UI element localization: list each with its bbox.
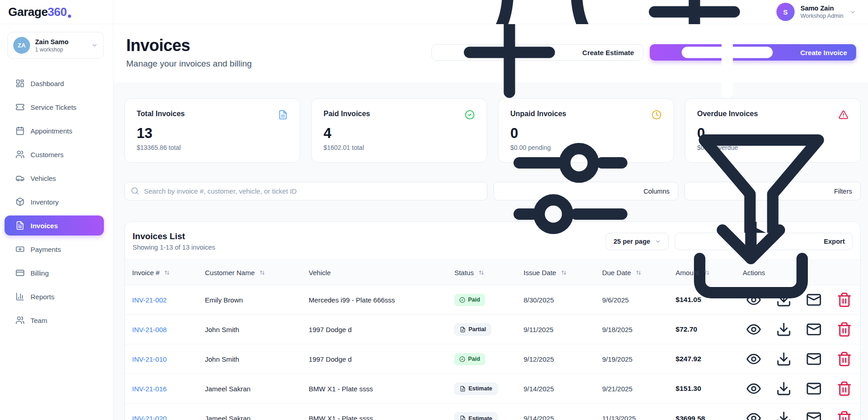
status-cell: Estimate [454,383,524,395]
view-invoice-button[interactable] [745,350,762,368]
sidebar-item-vehicles[interactable]: Vehicles [5,168,104,188]
email-invoice-button[interactable] [805,410,822,420]
search-wrap [124,182,488,200]
download-invoice-button[interactable] [775,410,792,420]
trash-icon [837,292,852,307]
email-invoice-button[interactable] [805,291,822,308]
page-header: Invoices Manage your invoices and billin… [113,24,868,82]
columns-button[interactable]: Columns [493,182,678,200]
amount-cell: $72.70 [676,325,743,333]
view-invoice-button[interactable] [745,410,762,420]
sidebar-item-service-tickets[interactable]: Service Tickets [5,97,104,117]
export-button[interactable]: Export [675,233,853,250]
stat-card: Total Invoices 13 $13365.86 total [124,98,300,163]
user-menu[interactable]: S Samo Zain Workshop Admin [776,3,856,21]
sidebar-item-appointments[interactable]: Appointments [5,121,104,141]
trash-icon [837,410,852,420]
sidebar-item-label: Reports [31,293,55,301]
view-invoice-button[interactable] [745,291,762,308]
table-row: INV-21-016 Jameel Sakran BMW X1 - Plate … [125,374,860,404]
page-title: Invoices [126,36,252,55]
workspace-avatar: ZA [13,37,30,54]
customers-icon [15,150,25,159]
delete-invoice-button[interactable] [836,291,853,308]
mail-icon [806,292,822,307]
sidebar-nav: Dashboard Service Tickets Appointments C… [0,73,113,334]
table-toolbar: Columns Filters [124,182,861,200]
invoice-number-link[interactable]: INV-21-010 [132,355,205,363]
delete-invoice-button[interactable] [836,350,853,368]
sidebar-item-payments[interactable]: Payments [5,239,104,259]
filters-button[interactable]: Filters [684,182,861,200]
per-page-select[interactable]: 25 per page [606,233,669,250]
sidebar-item-team[interactable]: Team [5,310,104,330]
sidebar-item-billing[interactable]: Billing [5,263,104,283]
column-header-actions: Actions [743,269,853,277]
file-badge-icon [460,327,466,333]
car-icon [15,174,25,183]
sort-icon [164,269,170,276]
download-invoice-button[interactable] [775,380,792,397]
amount-cell: $247.92 [676,355,743,363]
create-estimate-button[interactable]: Create Estimate [431,44,643,61]
create-invoice-button[interactable]: Create Invoice [650,44,856,61]
workspace-name: Zain Samo [35,38,86,46]
sidebar-item-customers[interactable]: Customers [5,144,104,164]
sidebar: Garage360 ZA Zain Samo 1 workshop Dashbo… [0,0,113,420]
stat-value: 4 [324,125,475,142]
eye-icon [746,381,761,396]
sort-icon [635,269,642,276]
search-input[interactable] [124,182,488,200]
delete-invoice-button[interactable] [836,380,853,397]
document-icon [278,110,288,120]
brand-accent: 360 [48,5,67,19]
row-actions [743,291,853,308]
status-badge: Partial [454,323,491,336]
email-invoice-button[interactable] [805,350,822,368]
delete-invoice-button[interactable] [836,321,853,338]
stat-label: Overdue Invoices [697,110,758,118]
stat-label: Paid Invoices [324,110,370,118]
alert-triangle-icon [838,110,848,120]
vehicle-cell: Mercedes i99 - Plate 666sss [309,296,455,304]
column-header-issue-date[interactable]: Issue Date [524,269,602,277]
email-invoice-button[interactable] [805,321,822,338]
sidebar-item-inventory[interactable]: Inventory [5,192,104,212]
file-badge-icon [460,415,466,420]
download-invoice-button[interactable] [775,321,792,338]
column-header-due-date[interactable]: Due Date [602,269,675,277]
bar-chart-icon [15,292,25,301]
workspace-switcher[interactable]: ZA Zain Samo 1 workshop [7,32,104,59]
topbar: S Samo Zain Workshop Admin [113,0,868,24]
chevron-down-icon [91,42,98,49]
column-header-status[interactable]: Status [454,269,524,277]
invoice-number-link[interactable]: INV-21-002 [132,296,205,304]
status-cell: Estimate [454,412,524,420]
invoice-number-link[interactable]: INV-21-016 [132,385,205,393]
view-invoice-button[interactable] [745,380,762,397]
workspace-meta: 1 workshop [35,46,86,53]
view-invoice-button[interactable] [745,321,762,338]
brand-logo[interactable]: Garage360 [8,5,71,19]
invoice-number-link[interactable]: INV-21-008 [132,326,205,333]
issue-date-cell: 9/14/2025 [524,385,602,393]
check-circle-icon [459,356,465,362]
download-invoice-button[interactable] [775,291,792,308]
sidebar-item-invoices[interactable]: Invoices [5,215,104,236]
stat-subtext: $1602.01 total [324,144,475,151]
vehicle-cell: BMW X1 - Plate ssss [309,415,455,420]
mail-icon [806,322,822,337]
sidebar-item-dashboard[interactable]: Dashboard [5,73,104,93]
issue-date-cell: 9/14/2025 [524,415,602,420]
column-header-amount[interactable]: Amount [676,269,743,277]
invoice-number-link[interactable]: INV-21-020 [132,415,205,420]
column-header-invoice-[interactable]: Invoice # [132,269,205,277]
stat-label: Unpaid Invoices [510,110,566,118]
email-invoice-button[interactable] [805,380,822,397]
sidebar-item-reports[interactable]: Reports [5,287,104,307]
download-icon [776,351,791,367]
delete-invoice-button[interactable] [836,410,853,420]
download-invoice-button[interactable] [775,350,792,368]
team-icon [15,316,25,325]
column-header-customer-name[interactable]: Customer Name [205,269,309,277]
